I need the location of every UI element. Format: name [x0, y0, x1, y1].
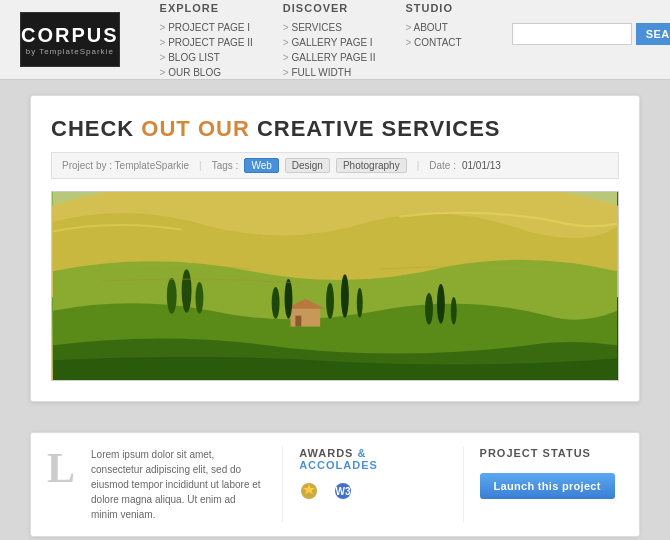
logo[interactable]: CORPUS by TemplateSparkie [20, 12, 120, 67]
search-input[interactable] [512, 23, 632, 45]
nav-our-blog[interactable]: OUR BLOG [160, 67, 253, 78]
svg-point-14 [437, 284, 445, 324]
logo-text: CORPUS [21, 24, 119, 47]
svg-point-10 [326, 283, 334, 319]
nav-blog-list[interactable]: BLOG LIST [160, 52, 253, 63]
status-title: PROJECT STATUS [480, 447, 623, 459]
nav-explore-title: EXPLORE [160, 2, 253, 14]
nav-project-page-1[interactable]: PROJECT PAGE I [160, 22, 253, 33]
svg-point-11 [341, 274, 349, 318]
bottom-section: L Lorem ipsum dolor sit amet, consectetu… [0, 417, 670, 540]
nav-contact[interactable]: CONTACT [405, 37, 461, 48]
svg-point-3 [182, 269, 192, 313]
tag-photography[interactable]: Photography [336, 158, 407, 173]
search-button[interactable]: SEARCH [636, 23, 670, 45]
awards-section: AWARDS & ACCOLADES W3 [282, 447, 442, 522]
nav-project-page-2[interactable]: PROJECT PAGE II [160, 37, 253, 48]
nav-gallery-2[interactable]: GALLERY PAGE II [283, 52, 376, 63]
title-highlight: OUT OUR [141, 116, 249, 141]
navigation: EXPLORE PROJECT PAGE I PROJECT PAGE II B… [160, 2, 670, 78]
awards-title: AWARDS & ACCOLADES [299, 447, 442, 471]
svg-rect-5 [290, 309, 320, 327]
nav-gallery-1[interactable]: GALLERY PAGE I [283, 37, 376, 48]
tag-web[interactable]: Web [244, 158, 278, 173]
svg-point-13 [425, 293, 433, 325]
nav-explore: EXPLORE PROJECT PAGE I PROJECT PAGE II B… [160, 2, 253, 78]
launch-project-button[interactable]: Launch this project [480, 473, 615, 499]
nav-discover-title: DISCOVER [283, 2, 376, 14]
content-card: CHECK OUT OUR CREATIVE SERVICES Project … [30, 95, 640, 402]
meta-tags-label: Tags : [212, 160, 239, 171]
title-before: CHECK [51, 116, 141, 141]
title-after: CREATIVE SERVICES [250, 116, 501, 141]
nav-discover: DISCOVER SERVICES GALLERY PAGE I GALLERY… [283, 2, 376, 78]
awards-icons: W3 [299, 479, 442, 503]
nav-full-width[interactable]: FULL WIDTH [283, 67, 376, 78]
svg-point-15 [451, 297, 457, 325]
lorem-text: Lorem ipsum dolor sit amet, consectetur … [91, 447, 262, 522]
svg-text:W3: W3 [336, 486, 351, 497]
nav-about[interactable]: ABOUT [405, 22, 461, 33]
lorem-section: L Lorem ipsum dolor sit amet, consectetu… [47, 447, 262, 522]
drop-cap: L [47, 447, 75, 522]
meta-bar: Project by : TemplateSparkie | Tags : We… [51, 152, 619, 179]
nav-services[interactable]: SERVICES [283, 22, 376, 33]
meta-date-label: Date : [429, 160, 456, 171]
hero-image [51, 191, 619, 381]
svg-point-12 [357, 288, 363, 318]
svg-rect-7 [295, 316, 301, 327]
svg-point-8 [272, 287, 280, 319]
header: CORPUS by TemplateSparkie EXPLORE PROJEC… [0, 0, 670, 80]
nav-studio: STUDIO ABOUT CONTACT [405, 2, 461, 78]
award-icon-2: W3 [333, 479, 361, 503]
svg-point-4 [195, 282, 203, 314]
search-area: SEARCH [512, 2, 670, 78]
svg-point-2 [167, 278, 177, 314]
nav-studio-title: STUDIO [405, 2, 461, 14]
svg-point-9 [285, 279, 293, 319]
main-content: CHECK OUT OUR CREATIVE SERVICES Project … [0, 80, 670, 417]
meta-date: 01/01/13 [462, 160, 501, 171]
bottom-card: L Lorem ipsum dolor sit amet, consectetu… [30, 432, 640, 537]
logo-subtitle: by TemplateSparkie [26, 47, 114, 56]
status-section: PROJECT STATUS Launch this project [463, 447, 623, 522]
page-title: CHECK OUT OUR CREATIVE SERVICES [51, 116, 619, 142]
award-icon-1 [299, 479, 327, 503]
tag-design[interactable]: Design [285, 158, 330, 173]
meta-project-label: Project by : TemplateSparkie [62, 160, 189, 171]
